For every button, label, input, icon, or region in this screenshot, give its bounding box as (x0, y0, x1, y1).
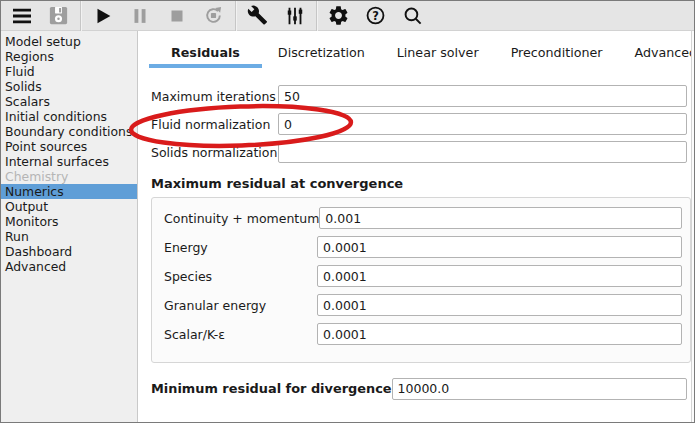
field-input[interactable] (317, 323, 682, 345)
navigation-sidebar: Model setup Regions Fluid Solids Scalars… (1, 31, 138, 422)
solids-normalization-field: Solids normalization (151, 141, 687, 163)
field-input[interactable] (278, 85, 687, 107)
sidebar-item-solids[interactable]: Solids (1, 79, 137, 94)
sidebar-item-model-setup[interactable]: Model setup (1, 34, 137, 49)
sidebar-item-initial-conditions[interactable]: Initial conditions (1, 109, 137, 124)
field-input[interactable] (278, 141, 687, 163)
build-button[interactable] (239, 1, 276, 30)
sidebar-item-point-sources[interactable]: Point sources (1, 139, 137, 154)
divergence-field-label: Minimum residual for divergence (151, 381, 392, 396)
sidebar-item-dashboard[interactable]: Dashboard (1, 244, 137, 259)
pause-button[interactable] (121, 1, 158, 30)
sidebar-item-output[interactable]: Output (1, 199, 137, 214)
help-button[interactable]: ? (357, 1, 394, 30)
field-label: Maximum iterations (151, 89, 278, 104)
parameters-button[interactable] (276, 1, 313, 30)
toolbar-separator (235, 1, 236, 31)
convergence-section-title: Maximum residual at convergence (151, 176, 694, 191)
main-toolbar: ? (1, 1, 694, 31)
field-input[interactable] (317, 236, 682, 258)
field-label: Energy (164, 240, 317, 255)
play-icon (92, 5, 114, 27)
toolbar-separator (80, 1, 81, 31)
field-input[interactable] (319, 207, 682, 229)
content-area: Residuals Discretization Linear solver P… (139, 31, 694, 422)
sidebar-item-fluid[interactable]: Fluid (1, 64, 137, 79)
field-input[interactable] (317, 265, 682, 287)
field-label: Species (164, 269, 317, 284)
scalar-k-epsilon-field: Scalar/K-ε (164, 323, 682, 345)
menu-button[interactable] (3, 1, 40, 30)
tab-bar: Residuals Discretization Linear solver P… (149, 41, 694, 68)
top-fields: Maximum iterations Fluid normalization S… (151, 85, 687, 163)
sliders-icon (284, 5, 306, 27)
field-label: Granular energy (164, 298, 317, 313)
sidebar-item-run[interactable]: Run (1, 229, 137, 244)
sidebar-item-numerics[interactable]: Numerics (1, 184, 137, 199)
pause-icon (129, 5, 151, 27)
tab-discretization[interactable]: Discretization (262, 41, 381, 68)
sidebar-item-advanced[interactable]: Advanced (1, 259, 137, 274)
tab-residuals[interactable]: Residuals (149, 41, 262, 68)
help-icon: ? (364, 4, 387, 27)
sidebar-item-internal-surfaces[interactable]: Internal surfaces (1, 154, 137, 169)
sidebar-item-monitors[interactable]: Monitors (1, 214, 137, 229)
hamburger-menu-icon (10, 4, 34, 28)
granular-energy-field: Granular energy (164, 294, 682, 316)
field-input[interactable] (317, 294, 682, 316)
energy-field: Energy (164, 236, 682, 258)
convergence-groupbox: Continuity + momentum Energy Species Gra… (151, 197, 691, 363)
run-button[interactable] (84, 1, 121, 30)
sidebar-item-chemistry[interactable]: Chemistry (1, 169, 137, 184)
save-button[interactable] (40, 1, 77, 30)
species-field: Species (164, 265, 682, 287)
search-icon (402, 5, 424, 27)
settings-button[interactable] (320, 1, 357, 30)
field-label: Continuity + momentum (164, 211, 319, 226)
fluid-normalization-field: Fluid normalization (151, 113, 687, 135)
toolbar-separator (316, 1, 317, 31)
wrench-icon (246, 4, 269, 27)
maximum-iterations-field: Maximum iterations (151, 85, 687, 107)
tab-linear-solver[interactable]: Linear solver (381, 41, 495, 68)
reset-button[interactable] (195, 1, 232, 30)
continuity-momentum-field: Continuity + momentum (164, 207, 682, 229)
stop-button[interactable] (158, 1, 195, 30)
tab-preconditioner[interactable]: Preconditioner (495, 41, 619, 68)
divergence-field-input[interactable] (392, 378, 687, 400)
sidebar-item-regions[interactable]: Regions (1, 49, 137, 64)
vertical-scrollbar-track[interactable] (691, 31, 694, 422)
divergence-field: Minimum residual for divergence (151, 377, 687, 400)
gear-icon (327, 4, 350, 27)
sidebar-item-boundary-conditions[interactable]: Boundary conditions (1, 124, 137, 139)
residuals-panel: Maximum iterations Fluid normalization S… (139, 68, 694, 163)
save-floppy-icon (47, 4, 70, 27)
field-input[interactable] (278, 113, 687, 135)
field-label: Solids normalization (151, 145, 278, 160)
field-label: Scalar/K-ε (164, 327, 317, 342)
tab-advanced[interactable]: Advanced (619, 41, 695, 68)
stop-icon (166, 5, 188, 27)
reset-icon (202, 4, 225, 27)
field-label: Fluid normalization (151, 117, 278, 132)
sidebar-item-scalars[interactable]: Scalars (1, 94, 137, 109)
application-window: ? Model setup Regions Fluid Solids Scala… (0, 0, 695, 423)
search-button[interactable] (394, 1, 431, 30)
svg-text:?: ? (372, 9, 379, 23)
